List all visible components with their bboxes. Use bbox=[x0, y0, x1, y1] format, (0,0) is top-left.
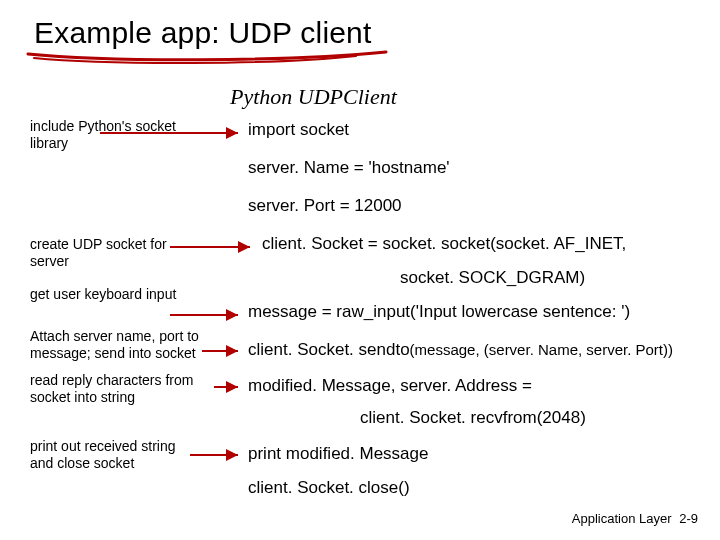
code-socket-create: client. Socket = socket. socket(socket. … bbox=[262, 234, 626, 254]
code-socket-create-cont: socket. SOCK_DGRAM) bbox=[400, 268, 585, 288]
arrow-icon bbox=[170, 240, 260, 254]
code-sendto-a: client. Socket. sendto bbox=[248, 340, 410, 359]
arrow-icon bbox=[214, 380, 248, 394]
code-print: print modified. Message bbox=[248, 444, 428, 464]
footer-label: Application Layer bbox=[572, 511, 672, 526]
arrow-icon bbox=[100, 126, 248, 140]
annotation-print-close: print out received string and close sock… bbox=[30, 438, 200, 472]
code-recvfrom: modified. Message, server. Address = bbox=[248, 376, 532, 396]
arrow-icon bbox=[170, 308, 248, 322]
code-recvfrom-cont: client. Socket. recvfrom(2048) bbox=[360, 408, 586, 428]
slide-title: Example app: UDP client bbox=[34, 16, 690, 50]
code-serverport: server. Port = 12000 bbox=[248, 196, 402, 216]
annotation-recvfrom: read reply characters from socket into s… bbox=[30, 372, 220, 406]
footer: Application Layer 2-9 bbox=[572, 511, 698, 526]
code-close: client. Socket. close() bbox=[248, 478, 410, 498]
annotation-get-input: get user keyboard input bbox=[30, 286, 200, 303]
title-underline-icon bbox=[26, 48, 396, 66]
code-servername: server. Name = 'hostname' bbox=[248, 158, 450, 178]
annotation-sendto: Attach server name, port to message; sen… bbox=[30, 328, 220, 362]
slide-subtitle: Python UDPClient bbox=[230, 84, 690, 110]
code-sendto-b: (message, (server. Name, server. Port)) bbox=[410, 341, 673, 358]
footer-page: 2-9 bbox=[679, 511, 698, 526]
slide: Example app: UDP client Python UDPClient… bbox=[0, 0, 720, 540]
code-import: import socket bbox=[248, 120, 349, 140]
code-sendto: client. Socket. sendto(message, (server.… bbox=[248, 340, 673, 360]
arrow-icon bbox=[190, 448, 248, 462]
arrow-icon bbox=[202, 344, 248, 358]
code-rawinput: message = raw_input('Input lowercase sen… bbox=[248, 302, 630, 322]
